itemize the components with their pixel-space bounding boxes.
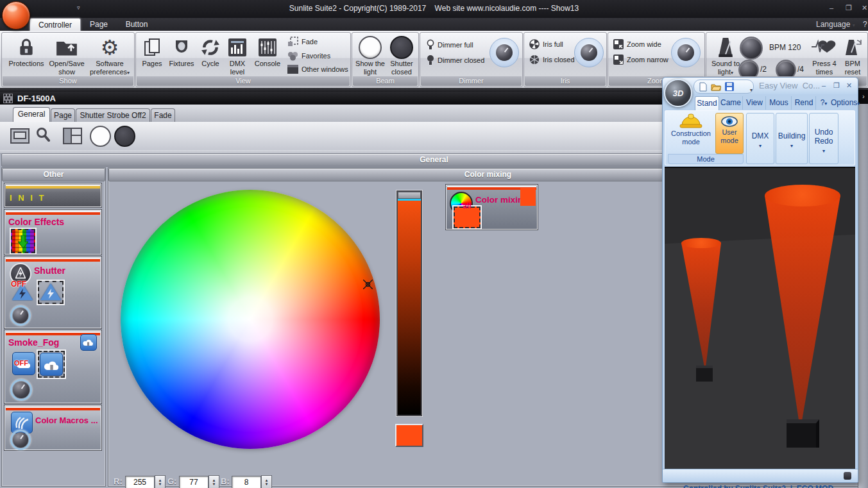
new-file-icon[interactable]	[699, 82, 707, 92]
shutter-knob[interactable]	[10, 305, 31, 326]
preset-shutter[interactable]: Shutter OFF	[4, 256, 102, 329]
color-wheel-marker[interactable]	[363, 280, 373, 289]
green-value-input[interactable]	[179, 476, 208, 488]
preset-smoke-fog[interactable]: Smoke_Fog OFF	[4, 330, 102, 404]
blue-value-input[interactable]	[232, 476, 261, 488]
preset-color-macros[interactable]: Color Macros ...	[4, 405, 102, 451]
shutter-closed-button[interactable]: Shutter closed	[387, 35, 416, 76]
close-button[interactable]: ✕	[862, 4, 867, 12]
color-wheel[interactable]	[121, 190, 380, 449]
language-menu[interactable]: Language	[816, 20, 855, 29]
preset-color-effects[interactable]: Color Effects	[4, 209, 102, 255]
zoom-narrow-icon	[613, 55, 624, 65]
smoke-knob[interactable]	[10, 379, 32, 401]
pages-button[interactable]: Pages	[139, 35, 166, 68]
ev-options-menu[interactable]: Options	[831, 96, 858, 110]
sound-to-light-button[interactable]: Sound to light	[709, 35, 742, 76]
metronome-icon	[709, 35, 742, 60]
status-mode-icon[interactable]	[844, 472, 851, 480]
building-menu-button[interactable]: Building	[776, 113, 808, 164]
fixture-tab-general[interactable]: General	[13, 107, 50, 122]
ev-tab-mouse[interactable]: Mous	[767, 96, 792, 110]
shutter-off-button[interactable]: OFF	[12, 283, 33, 300]
easy-view-close[interactable]: ✕	[846, 81, 852, 90]
color-effects-icon[interactable]	[11, 229, 35, 253]
intensity-slider-handle[interactable]	[398, 192, 421, 201]
construction-mode-button[interactable]: Construction mode	[668, 113, 714, 151]
dimmer-knob[interactable]	[489, 38, 519, 67]
expand-panel-arrow-icon[interactable]: ›	[858, 90, 868, 104]
tab-button[interactable]: Button	[119, 18, 154, 31]
fixtures-button[interactable]: Fixtures	[167, 35, 196, 68]
green-stepper[interactable]: ▲▼	[208, 475, 219, 488]
shutter-strobe-button-selected[interactable]	[38, 281, 64, 304]
cycle-arrows-icon	[198, 35, 223, 60]
smoke-small-cloud-icon[interactable]	[80, 334, 97, 351]
ev-tab-render[interactable]: Rend	[792, 96, 816, 110]
collapsed-dock-strip[interactable]: ›	[858, 90, 868, 488]
favorites-button[interactable]: Favorites	[287, 51, 330, 61]
quick-access-chevron-icon[interactable]: ▿	[77, 4, 80, 11]
software-preferences-button[interactable]: ⚙ Software preferences	[88, 35, 132, 76]
user-mode-button[interactable]: User mode	[715, 113, 744, 154]
iris-full-button[interactable]: Iris full	[529, 39, 563, 49]
ev-tab-camera[interactable]: Came	[719, 96, 743, 110]
dmx-menu-button[interactable]: DMX	[746, 113, 774, 164]
undo-redo-button[interactable]: Undo Redo	[809, 113, 838, 164]
fixture-tab-fade[interactable]: Fade	[151, 108, 175, 122]
fixture-box-small	[696, 366, 713, 382]
app-logo-icon[interactable]	[2, 1, 30, 29]
fixture-tab-page[interactable]: Page	[51, 108, 75, 122]
ev-tab-view[interactable]: View	[744, 96, 766, 110]
bpm-reset-button[interactable]: BPM reset	[840, 35, 865, 76]
bpm-knob[interactable]	[740, 37, 763, 60]
save-icon[interactable]	[725, 82, 734, 91]
compress-view-icon[interactable]	[10, 128, 30, 144]
zoom-narrow-button[interactable]: Zoom narrow	[613, 55, 668, 65]
heart-pulse-icon	[809, 35, 840, 60]
easy-view-logo[interactable]: 3D	[664, 79, 692, 107]
beam-top-large	[765, 185, 840, 206]
protections-button[interactable]: Protections	[6, 35, 47, 68]
console-button[interactable]: Console	[251, 35, 284, 68]
fade-button[interactable]: Fade	[287, 37, 318, 47]
quick-access-chevron-icon[interactable]	[750, 83, 753, 94]
easy-view-minimize[interactable]: –	[822, 81, 826, 89]
open-save-show-button[interactable]: Open/Save show	[48, 35, 85, 76]
red-stepper[interactable]: ▲▼	[155, 475, 166, 488]
help-button[interactable]: ?	[863, 20, 867, 29]
smoke-on-button-selected[interactable]	[38, 351, 65, 378]
beam-open-toggle[interactable]	[90, 126, 111, 147]
color-mixing-preset[interactable]: Color mixing all	[445, 184, 538, 230]
ev-tab-standard[interactable]: Stand	[695, 96, 719, 111]
beam-closed-toggle[interactable]	[114, 126, 135, 147]
red-value-input[interactable]	[125, 476, 155, 488]
preset-init[interactable]: I N I T	[4, 183, 102, 208]
other-windows-button[interactable]: Other windows	[287, 65, 348, 74]
restore-button[interactable]: ❐	[846, 4, 852, 12]
search-icon[interactable]	[36, 127, 50, 142]
iris-knob[interactable]	[574, 38, 604, 67]
blue-stepper[interactable]: ▲▼	[261, 475, 272, 488]
minimize-button[interactable]: –	[830, 4, 833, 12]
cycle-button[interactable]: Cycle	[198, 35, 223, 68]
iris-closed-button[interactable]: Iris closed	[529, 55, 575, 65]
shutter-top-stripe	[6, 258, 100, 262]
tab-controller[interactable]: Controller	[30, 18, 81, 31]
zoom-wide-button[interactable]: Zoom wide	[613, 39, 661, 49]
dimmer-full-button[interactable]: Dimmer full	[427, 39, 473, 51]
ev-tab-help[interactable]: ?	[817, 96, 831, 110]
dimmer-closed-button[interactable]: Dimmer closed	[427, 55, 484, 66]
zoom-knob[interactable]	[671, 38, 701, 67]
easy-view-maximize[interactable]: ❐	[833, 81, 840, 90]
tab-page[interactable]: Page	[83, 18, 114, 31]
dmx-level-button[interactable]: DMX level	[223, 35, 251, 76]
fixture-tab-shutter-strobe[interactable]: Shutter Strobe Off2	[76, 108, 150, 122]
layout-panes-icon[interactable]	[63, 128, 82, 144]
smoke-off-button[interactable]: OFF	[12, 352, 35, 375]
press-4-times-button[interactable]: Press 4 times	[809, 35, 840, 76]
intensity-slider[interactable]	[396, 190, 422, 416]
3d-viewport[interactable]	[665, 167, 855, 471]
color-macros-knob[interactable]	[10, 430, 31, 450]
open-folder-icon[interactable]	[711, 83, 721, 91]
